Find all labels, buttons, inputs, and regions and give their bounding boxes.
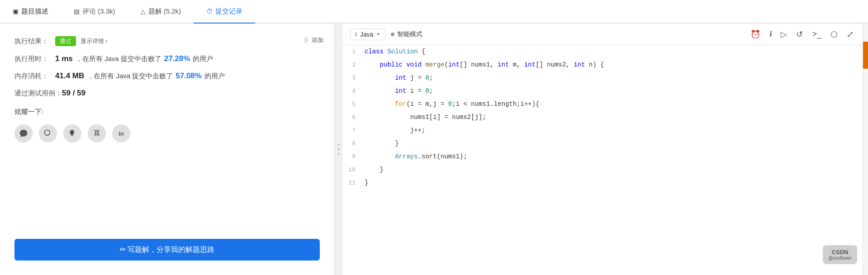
memory-desc: ，在所有 Java 提交中击败了 <box>87 72 173 81</box>
detail-link[interactable]: 显示详情 › <box>81 37 108 45</box>
code-line-6: 6 nums1[i] = nums2[j]; <box>343 111 863 124</box>
lang-chevron-icon: ▼ <box>376 32 381 37</box>
line-content-8: } <box>365 137 863 150</box>
watermark-line1: CSDN <box>832 249 849 256</box>
dot-1 <box>338 144 340 146</box>
line-content-7: j++; <box>365 124 863 137</box>
memory-label: 内存消耗： <box>14 72 55 81</box>
divider <box>335 24 343 275</box>
social-icons: 豆 in <box>14 124 130 142</box>
time-desc: ，在所有 Java 提交中击败了 <box>76 55 161 63</box>
line-num-8: 8 <box>343 138 365 150</box>
left-panel: 执行结果： 通过 显示详情 › ▷ 添加 执行用时： 1 ms ，在所有 Jav… <box>0 24 335 275</box>
line-content-2: public void merge(int[] nums1, int m, in… <box>365 58 863 71</box>
tab-solutions[interactable]: △ 题解 (5.2k) <box>128 0 194 24</box>
code-editor-area[interactable]: 1 class Solution { 2 public void merge(i… <box>343 45 863 275</box>
douban-icon[interactable]: 豆 <box>88 124 106 142</box>
weibo-icon[interactable] <box>39 124 57 142</box>
run-icon[interactable]: ▷ <box>779 28 789 41</box>
line-num-6: 6 <box>343 111 365 124</box>
code-line-9: 9 Arrays.sort(nums1); <box>343 150 863 163</box>
result-section: 执行结果： 通过 显示详情 › ▷ 添加 执行用时： 1 ms ，在所有 Jav… <box>14 36 320 142</box>
line-num-4: 4 <box>343 85 365 98</box>
memory-row: 内存消耗： 41.4 MB ，在所有 Java 提交中击败了 57.08% 的用… <box>14 71 320 81</box>
line-num-2: 2 <box>343 59 365 71</box>
time-percent: 27.28% <box>164 54 190 63</box>
execution-label: 执行结果： <box>14 37 55 46</box>
line-content-9: Arrays.sort(nums1); <box>365 150 863 163</box>
description-icon: ▣ <box>13 8 19 15</box>
time-suffix: 的用户 <box>193 55 213 63</box>
line-content-3: int j = 0; <box>365 71 863 84</box>
line-content-5: for(i = m,j = 0;i < nums1.length;i++){ <box>365 98 863 110</box>
tab-bar: ▣ 题目描述 ▤ 评论 (3.3k) △ 题解 (5.2k) ⏱ 提交记录 <box>0 0 868 24</box>
solutions-icon: △ <box>141 8 146 15</box>
code-line-7: 7 j++; <box>343 124 863 137</box>
testcase-row: 通过测试用例： 59 / 59 <box>14 89 320 98</box>
code-line-8: 8 } <box>343 137 863 150</box>
code-editor: ℹ Java ▼ 智能模式 ⏰ i ▷ ↺ >_ ⬡ ⤢ 1 class Sol… <box>343 24 863 275</box>
terminal-icon[interactable]: >_ <box>810 28 823 41</box>
code-line-10: 10 } <box>343 163 863 176</box>
dot-3 <box>338 153 340 155</box>
submissions-icon: ⏱ <box>206 8 213 15</box>
line-num-3: 3 <box>343 72 365 85</box>
add-button[interactable]: ▷ 添加 <box>304 36 323 44</box>
execution-time-row: 执行用时： 1 ms ，在所有 Java 提交中击败了 27.28% 的用户 <box>14 54 320 63</box>
undo-icon[interactable]: ↺ <box>794 28 805 41</box>
language-label: Java <box>360 31 374 38</box>
settings-icon[interactable]: ⬡ <box>829 28 840 41</box>
qq-icon[interactable] <box>63 124 81 142</box>
time-value: 1 ms <box>55 54 73 63</box>
editor-scrollbar[interactable] <box>863 24 868 275</box>
testcase-value: 59 / 59 <box>62 89 85 98</box>
editor-toolbar: ℹ Java ▼ 智能模式 ⏰ i ▷ ↺ >_ ⬡ ⤢ <box>343 24 863 45</box>
memory-value: 41.4 MB <box>55 71 84 81</box>
line-num-9: 9 <box>343 151 365 163</box>
wechat-icon[interactable] <box>14 124 33 142</box>
code-line-1: 1 class Solution { <box>343 45 863 58</box>
fullscreen-icon[interactable]: ⤢ <box>845 28 855 41</box>
line-content-1: class Solution { <box>365 45 863 58</box>
code-line-5: 5 for(i = m,j = 0;i < nums1.length;i++){ <box>343 98 863 111</box>
code-line-3: 3 int j = 0; <box>343 71 863 85</box>
write-solution-button[interactable]: ✏ 写题解，分享我的解题思路 <box>14 239 320 261</box>
line-num-10: 10 <box>343 164 365 176</box>
watermark-line2: @xxxflower <box>828 256 852 261</box>
testcase-label: 通过测试用例： <box>14 89 62 98</box>
time-label: 执行用时： <box>14 55 55 63</box>
line-num-11: 11 <box>343 177 365 190</box>
smart-mode-label: 智能模式 <box>397 30 422 38</box>
code-line-2: 2 public void merge(int[] nums1, int m, … <box>343 58 863 71</box>
line-content-4: int i = 0; <box>365 85 863 97</box>
smart-mode-toggle[interactable]: 智能模式 <box>391 30 422 38</box>
mode-dot <box>391 33 394 36</box>
watermark: CSDN @xxxflower <box>823 245 857 264</box>
tab-comments[interactable]: ▤ 评论 (3.3k) <box>61 0 128 24</box>
memory-percent: 57.08% <box>175 71 202 81</box>
lang-info-icon: ℹ <box>355 31 357 38</box>
pass-badge: 通过 <box>55 36 76 46</box>
dot-2 <box>338 148 340 150</box>
line-num-7: 7 <box>343 124 365 137</box>
tab-description[interactable]: ▣ 题目描述 <box>0 0 61 24</box>
code-line-11: 11 } <box>343 176 863 190</box>
tab-submissions[interactable]: ⏱ 提交记录 <box>194 0 255 24</box>
line-num-5: 5 <box>343 98 365 111</box>
comments-icon: ▤ <box>74 8 80 15</box>
memory-suffix: 的用户 <box>204 72 225 81</box>
timer-icon[interactable]: ⏰ <box>749 28 762 41</box>
scrollbar-thumb <box>863 42 868 69</box>
info-icon[interactable]: i <box>768 28 773 41</box>
share-row: 炫耀一下: 豆 in <box>14 106 320 142</box>
linkedin-icon[interactable]: in <box>112 124 130 142</box>
main-area: 执行结果： 通过 显示详情 › ▷ 添加 执行用时： 1 ms ，在所有 Jav… <box>0 24 868 275</box>
share-label: 炫耀一下: <box>14 108 43 116</box>
language-selector[interactable]: ℹ Java ▼ <box>350 28 385 40</box>
line-content-11: } <box>365 176 863 189</box>
execution-result-row: 执行结果： 通过 显示详情 › ▷ 添加 <box>14 36 320 46</box>
line-content-6: nums1[i] = nums2[j]; <box>365 111 863 123</box>
line-content-10: } <box>365 163 863 176</box>
code-line-4: 4 int i = 0; <box>343 85 863 98</box>
line-num-1: 1 <box>343 46 365 58</box>
